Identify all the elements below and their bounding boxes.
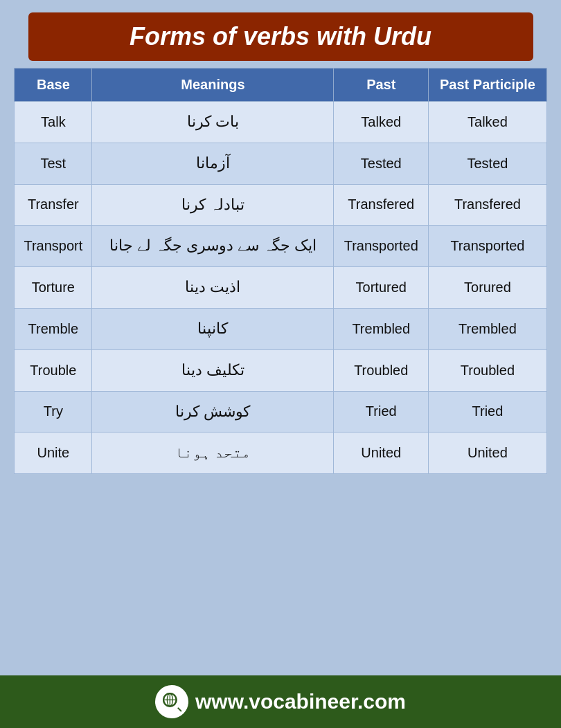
table-body: Talkبات کرناTalkedTalkedTestآزماناTested… [15, 102, 547, 474]
col-header-meanings: Meanings [92, 69, 334, 102]
cell-meaning: کانپنا [92, 308, 334, 349]
table-header-row: Base Meanings Past Past Participle [15, 69, 547, 102]
page-wrapper: Forms of verbs with Urdu Base Meanings P… [0, 0, 561, 728]
cell-meaning: تبادلہ کرنا [92, 184, 334, 226]
cell-base: Talk [15, 102, 92, 143]
cell-past: Tested [334, 143, 429, 184]
cell-base: Transfer [15, 184, 92, 226]
table-row: Talkبات کرناTalkedTalked [15, 102, 547, 143]
table-row: Troubleتکلیف دیناTroubledTroubled [15, 349, 547, 391]
search-globe-icon [161, 691, 183, 713]
cell-past: Tried [334, 391, 429, 433]
table-row: Transferتبادلہ کرناTransferedTransfered [15, 184, 547, 226]
cell-past: Transported [334, 226, 429, 267]
footer-bar: www.vocabineer.com [0, 675, 561, 728]
cell-past-participle: Troubled [429, 349, 547, 391]
cell-meaning: تکلیف دینا [92, 349, 334, 391]
table-row: Tryکوشش کرناTriedTried [15, 391, 547, 433]
cell-past: Troubled [334, 349, 429, 391]
table-container: Base Meanings Past Past Participle Talkب… [14, 68, 547, 668]
cell-base: Trouble [15, 349, 92, 391]
table-row: Tortureاذیت دیناTorturedTorured [15, 267, 547, 309]
page-title: Forms of verbs with Urdu [42, 22, 519, 51]
cell-meaning: متحد ہونا [92, 433, 334, 474]
cell-base: Try [15, 391, 92, 433]
cell-past: Transfered [334, 184, 429, 226]
title-bar: Forms of verbs with Urdu [28, 12, 533, 61]
cell-base: Unite [15, 433, 92, 474]
cell-past-participle: Tested [429, 143, 547, 184]
cell-past-participle: Transported [429, 226, 547, 267]
cell-meaning: بات کرنا [92, 102, 334, 143]
cell-past: United [334, 433, 429, 474]
footer-url: www.vocabineer.com [195, 690, 406, 713]
table-row: TestآزماناTestedTested [15, 143, 547, 184]
cell-past: Talked [334, 102, 429, 143]
cell-past-participle: Torured [429, 267, 547, 309]
table-row: TrembleکانپناTrembledTrembled [15, 308, 547, 349]
cell-base: Transport [15, 226, 92, 267]
cell-base: Tremble [15, 308, 92, 349]
cell-past-participle: Talked [429, 102, 547, 143]
table-row: Transportایک جگہ سے دوسری جگہ لے جاناTra… [15, 226, 547, 267]
cell-past-participle: Trembled [429, 308, 547, 349]
cell-past: Trembled [334, 308, 429, 349]
table-row: Uniteمتحد ہوناUnitedUnited [15, 433, 547, 474]
cell-meaning: ایک جگہ سے دوسری جگہ لے جانا [92, 226, 334, 267]
svg-line-4 [178, 708, 181, 711]
www-icon [155, 685, 188, 718]
verbs-table: Base Meanings Past Past Participle Talkب… [14, 68, 547, 474]
cell-past-participle: Tried [429, 391, 547, 433]
col-header-base: Base [15, 69, 92, 102]
cell-meaning: اذیت دینا [92, 267, 334, 309]
cell-past-participle: United [429, 433, 547, 474]
col-header-past-participle: Past Participle [429, 69, 547, 102]
cell-meaning: آزمانا [92, 143, 334, 184]
cell-base: Test [15, 143, 92, 184]
col-header-past: Past [334, 69, 429, 102]
cell-base: Torture [15, 267, 92, 309]
cell-meaning: کوشش کرنا [92, 391, 334, 433]
cell-past: Tortured [334, 267, 429, 309]
cell-past-participle: Transfered [429, 184, 547, 226]
